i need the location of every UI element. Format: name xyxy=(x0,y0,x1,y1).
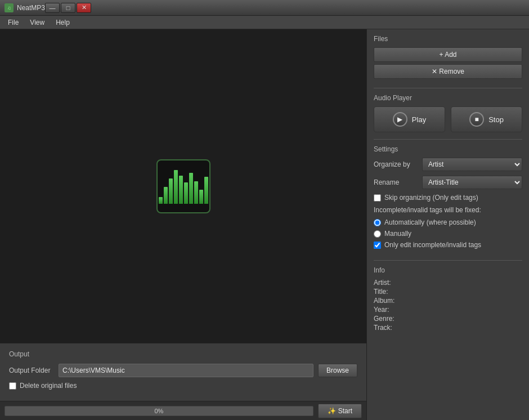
auto-radio-row: Automatically (where possible) xyxy=(374,218,522,226)
visualizer-bars xyxy=(156,167,210,206)
info-grid: Artist: Title: Album: Year: Genre: Track… xyxy=(374,279,522,332)
player-controls: ▶ Play ■ Stop xyxy=(374,106,522,132)
vis-bar xyxy=(164,187,168,204)
artist-key: Artist: xyxy=(374,279,394,287)
vis-bar xyxy=(169,178,173,204)
output-folder-input[interactable] xyxy=(59,364,313,377)
close-button[interactable]: ✕ xyxy=(77,3,91,13)
rename-row: Rename Artist-Title Title Track-Title Ar… xyxy=(374,176,522,189)
title-value xyxy=(397,288,522,296)
app-title: NeatMP3 xyxy=(17,4,45,12)
add-button[interactable]: + Add xyxy=(374,47,522,62)
vis-bar xyxy=(184,182,188,204)
play-button[interactable]: ▶ Play xyxy=(374,106,445,132)
delete-files-row: Delete original files xyxy=(9,382,357,390)
visualizer-area xyxy=(0,29,366,343)
manually-radio[interactable] xyxy=(374,230,381,238)
genre-key: Genre: xyxy=(374,315,394,323)
stop-label: Stop xyxy=(488,115,504,124)
vis-bar xyxy=(204,177,208,204)
right-panel: Files + Add ✕ Remove Audio Player ▶ Play… xyxy=(367,29,529,420)
browse-button[interactable]: Browse xyxy=(318,364,357,377)
album-value xyxy=(397,297,522,305)
only-edit-checkbox[interactable] xyxy=(374,242,381,249)
stop-icon: ■ xyxy=(469,112,484,127)
start-label: Start xyxy=(338,407,352,415)
titlebar: ♫ NeatMP3 — □ ✕ xyxy=(0,0,529,16)
auto-radio[interactable] xyxy=(374,219,381,226)
title-key: Title: xyxy=(374,288,394,296)
progress-bar-outer xyxy=(5,406,313,416)
vis-bar xyxy=(194,181,198,204)
output-folder-row: Output Folder Browse xyxy=(9,364,357,377)
manually-radio-row: Manually xyxy=(374,230,522,238)
organize-by-label: Organize by xyxy=(374,160,419,168)
stop-button[interactable]: ■ Stop xyxy=(451,106,522,132)
delete-files-checkbox[interactable] xyxy=(9,382,16,390)
skip-organizing-label[interactable]: Skip organizing (Only edit tags) xyxy=(384,194,478,202)
left-panel: Output Output Folder Browse Delete origi… xyxy=(0,29,367,420)
album-key: Album: xyxy=(374,297,394,305)
only-edit-label[interactable]: Only edit incomplete/invalid tags xyxy=(384,241,481,249)
organize-by-row: Organize by Artist Album Genre Year xyxy=(374,158,522,171)
info-section-title: Info xyxy=(374,266,522,274)
auto-label[interactable]: Automatically (where possible) xyxy=(384,218,476,226)
delete-files-label[interactable]: Delete original files xyxy=(20,382,77,390)
skip-organizing-row: Skip organizing (Only edit tags) xyxy=(374,194,522,202)
vis-bar xyxy=(159,197,163,204)
only-edit-row: Only edit incomplete/invalid tags xyxy=(374,241,522,249)
output-panel: Output Output Folder Browse Delete origi… xyxy=(0,343,366,401)
progress-bar-wrap: 0% xyxy=(5,406,313,416)
manually-label[interactable]: Manually xyxy=(384,230,411,238)
settings-section-title: Settings xyxy=(374,145,522,153)
minimize-button[interactable]: — xyxy=(45,3,60,13)
audio-section: Audio Player ▶ Play ■ Stop xyxy=(374,88,522,132)
artist-value xyxy=(397,279,522,287)
vis-bar xyxy=(174,170,178,204)
progress-area: 0% ✨ Start xyxy=(0,401,366,420)
menubar: File View Help xyxy=(0,16,529,29)
skip-organizing-checkbox[interactable] xyxy=(374,194,381,202)
remove-button[interactable]: ✕ Remove xyxy=(374,64,522,79)
visualizer-logo xyxy=(156,159,210,213)
tags-fix-label: Incomplete/invalid tags will be fixed: xyxy=(374,206,522,214)
info-section: Info Artist: Title: Album: Year: Genre: … xyxy=(374,260,522,414)
menu-help[interactable]: Help xyxy=(50,17,75,28)
rename-select[interactable]: Artist-Title Title Track-Title Artist-Tr… xyxy=(422,176,522,189)
menu-view[interactable]: View xyxy=(24,17,50,28)
maximize-button[interactable]: □ xyxy=(61,3,75,13)
output-section-title: Output xyxy=(9,350,357,358)
app-icon: ♫ xyxy=(5,3,14,12)
main-layout: Output Output Folder Browse Delete origi… xyxy=(0,29,529,420)
track-key: Track: xyxy=(374,324,394,332)
start-button[interactable]: ✨ Start xyxy=(318,404,362,418)
output-folder-label: Output Folder xyxy=(9,367,54,374)
rename-label: Rename xyxy=(374,178,419,186)
play-icon: ▶ xyxy=(393,112,407,127)
settings-section: Settings Organize by Artist Album Genre … xyxy=(374,139,522,253)
organize-by-select[interactable]: Artist Album Genre Year xyxy=(422,158,522,171)
menu-file[interactable]: File xyxy=(2,17,24,28)
window-controls: — □ ✕ xyxy=(45,3,91,13)
vis-bar xyxy=(179,176,183,204)
vis-bar xyxy=(189,173,193,204)
play-label: Play xyxy=(412,115,426,124)
start-icon: ✨ xyxy=(328,407,336,415)
audio-section-title: Audio Player xyxy=(374,94,522,102)
genre-value xyxy=(397,315,522,323)
track-value xyxy=(397,324,522,332)
year-key: Year: xyxy=(374,306,394,314)
year-value xyxy=(397,306,522,314)
vis-bar xyxy=(199,190,203,204)
files-section: Files + Add ✕ Remove xyxy=(374,35,522,81)
files-section-title: Files xyxy=(374,35,522,43)
